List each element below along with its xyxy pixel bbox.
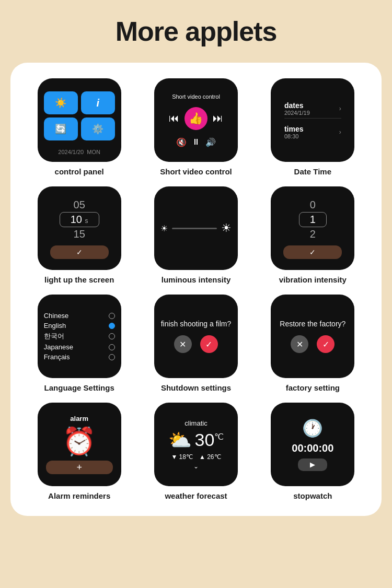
applet-light-screen[interactable]: 05 10 s 15 ✓ light up the screen <box>25 186 133 284</box>
applet-alarm[interactable]: alarm ⏰ + Alarm reminders <box>25 403 133 500</box>
weather-inner: climatic ⛅ 30℃ ▼ 18℃ ▲ 26℃ ⌄ <box>168 403 224 486</box>
cp-refresh-btn: 🔄 <box>44 117 78 140</box>
shutdown-confirm-btn[interactable]: ✓ <box>200 335 218 353</box>
cp-date: 2024/1/20 MON <box>58 149 100 155</box>
stop-clock-icon: 🕐 <box>302 418 323 438</box>
shutdown-icon: finish shooting a film? ✕ ✓ <box>154 295 238 378</box>
lang-japanese-label: Japanese <box>44 343 73 351</box>
svc-header: Short video control <box>172 93 220 100</box>
vibration-icon: 0 1 2 ✓ <box>271 186 354 270</box>
lumi-low-icon: ☀ <box>160 224 168 233</box>
weather-low: ▼ 18℃ <box>171 453 193 461</box>
lang-chinese-radio <box>109 313 115 319</box>
luminous-icon: ☀ ☀ <box>154 186 238 270</box>
alarm-clock-icon: ⏰ <box>62 426 96 457</box>
alarm-title: alarm <box>70 415 88 422</box>
light-num-bottom: 15 <box>74 227 85 241</box>
applet-luminous[interactable]: ☀ ☀ luminous intensity <box>142 186 250 284</box>
lang-japanese-radio <box>109 344 115 350</box>
applet-weather[interactable]: climatic ⛅ 30℃ ▼ 18℃ ▲ 26℃ ⌄ weather for… <box>142 403 250 500</box>
stopwatch-icon: 🕐 00:00:00 ▶ <box>271 403 354 486</box>
stop-play-btn[interactable]: ▶ <box>298 458 327 471</box>
cp-info-btn: i <box>81 91 115 114</box>
dt-times-key: times <box>284 125 304 133</box>
lang-list: Chinese English 한국어 Japanese <box>38 307 121 366</box>
vib-num-0: 0 <box>310 198 316 212</box>
weather-title: climatic <box>185 419 207 427</box>
factory-btns: ✕ ✓ <box>291 335 335 353</box>
light-screen-icon: 05 10 s 15 ✓ <box>38 186 121 270</box>
vib-picker: 0 1 2 <box>283 198 342 241</box>
light-picker: 05 10 s 15 <box>50 198 109 241</box>
weather-emoji-icon: ⛅ <box>168 429 192 451</box>
applet-language[interactable]: Chinese English 한국어 Japanese <box>25 295 133 392</box>
weather-temp-val: 30℃ <box>195 430 224 450</box>
stop-inner: 🕐 00:00:00 ▶ <box>292 403 333 486</box>
short-video-icon: Short video control ⏮ 👍 ⏭ 🔇 ⏸ 🔊 <box>154 78 238 162</box>
applet-control-panel[interactable]: ☀️ i 🔄 ⚙️ 2024/1/20 MON control panel <box>25 78 133 176</box>
control-panel-icon: ☀️ i 🔄 ⚙️ 2024/1/20 MON <box>38 78 121 162</box>
lang-chinese-label: Chinese <box>44 312 69 320</box>
light-confirm-btn[interactable]: ✓ <box>50 245 109 259</box>
lang-french-radio <box>109 354 115 360</box>
vib-confirm-btn[interactable]: ✓ <box>283 245 342 259</box>
dt-dates-arrow: › <box>339 105 341 112</box>
dt-times-val: 08:30 <box>284 133 304 139</box>
weather-high: ▲ 26℃ <box>199 453 221 461</box>
applet-short-video[interactable]: Short video control ⏮ 👍 ⏭ 🔇 ⏸ 🔊 Short vi… <box>142 78 250 176</box>
lang-english-radio <box>109 323 115 329</box>
date-time-icon: dates 2024/1/19 › times 08:30 › <box>271 78 354 162</box>
applets-card: ☀️ i 🔄 ⚙️ 2024/1/20 MON control panel Sh… <box>10 63 382 516</box>
factory-cancel-btn[interactable]: ✕ <box>291 335 308 353</box>
lang-english-label: English <box>44 322 66 330</box>
alarm-label: Alarm reminders <box>48 491 110 500</box>
stop-time-display: 00:00:00 <box>292 442 333 454</box>
lang-korean-radio <box>109 333 115 339</box>
applet-date-time[interactable]: dates 2024/1/19 › times 08:30 › Date Tim… <box>259 78 367 176</box>
page-title: More applets <box>116 16 277 47</box>
shutdown-cancel-btn[interactable]: ✕ <box>174 335 192 353</box>
light-screen-label: light up the screen <box>44 275 114 284</box>
lang-korean-label: 한국어 <box>44 332 64 341</box>
applet-vibration[interactable]: 0 1 2 ✓ vibration intensity <box>259 186 367 284</box>
dt-dates-val: 2024/1/19 <box>284 110 310 116</box>
light-num-selected: 10 s <box>60 212 99 227</box>
applet-factory[interactable]: Restore the factory? ✕ ✓ factory setting <box>259 295 367 392</box>
applet-shutdown[interactable]: finish shooting a film? ✕ ✓ Shutdown set… <box>142 295 250 392</box>
weather-temp-row: ⛅ 30℃ <box>168 429 224 451</box>
svc-bottom-controls: 🔇 ⏸ 🔊 <box>176 137 216 147</box>
weather-label: weather forecast <box>165 491 227 500</box>
factory-question: Restore the factory? <box>280 320 345 328</box>
factory-icon: Restore the factory? ✕ ✓ <box>271 295 354 378</box>
dt-times-arrow: › <box>339 128 341 136</box>
lang-korean: 한국어 <box>44 332 115 341</box>
weather-range: ▼ 18℃ ▲ 26℃ <box>171 453 221 461</box>
alarm-add-btn[interactable]: + <box>46 461 113 474</box>
factory-confirm-btn[interactable]: ✓ <box>317 335 335 353</box>
stopwatch-label: stopwatch <box>293 491 332 500</box>
luminous-label: luminous intensity <box>162 275 231 284</box>
applet-stopwatch[interactable]: 🕐 00:00:00 ▶ stopwatch <box>259 403 367 500</box>
vib-num-2: 2 <box>310 227 316 241</box>
alarm-icon: alarm ⏰ + <box>38 403 121 486</box>
vibration-label: vibration intensity <box>279 275 347 284</box>
dt-dates-row: dates 2024/1/19 › <box>284 99 341 119</box>
svc-like-btn: 👍 <box>185 107 207 130</box>
alarm-inner: alarm ⏰ + <box>38 403 121 486</box>
lumi-track <box>172 228 217 229</box>
lang-french-label: Français <box>44 353 70 361</box>
date-time-label: Date Time <box>294 167 331 176</box>
svc-controls: ⏮ 👍 ⏭ <box>169 107 223 130</box>
cp-settings-btn: ⚙️ <box>81 117 115 140</box>
lang-french: Français <box>44 353 115 361</box>
shutdown-btns: ✕ ✓ <box>174 335 218 353</box>
language-icon: Chinese English 한국어 Japanese <box>38 295 121 378</box>
lumi-high-icon: ☀ <box>221 221 232 235</box>
weather-icon: climatic ⛅ 30℃ ▼ 18℃ ▲ 26℃ ⌄ <box>154 403 238 486</box>
factory-label: factory setting <box>286 383 340 392</box>
lang-chinese: Chinese <box>44 312 115 320</box>
lang-english: English <box>44 322 115 330</box>
control-panel-label: control panel <box>55 167 104 176</box>
dt-dates-key: dates <box>284 101 310 110</box>
light-num-top: 05 <box>74 198 85 212</box>
